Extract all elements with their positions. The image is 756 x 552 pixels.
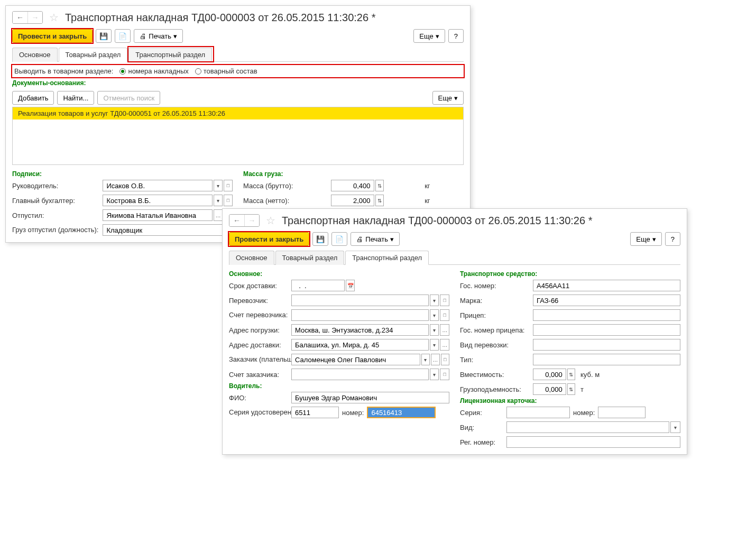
favorite-star-icon[interactable]: ☆ — [47, 11, 61, 24]
main-header: Основное: — [229, 268, 449, 280]
license-num-input[interactable] — [598, 407, 646, 418]
leader-open[interactable] — [224, 180, 233, 191]
help-button-2[interactable]: ? — [665, 232, 680, 246]
radio-goods-list[interactable]: товарный состав — [195, 67, 257, 75]
carrier-acc-dropdown[interactable] — [430, 309, 439, 321]
deliv-addr-dropdown[interactable] — [430, 339, 439, 351]
docs-more-button[interactable]: Еще ▾ — [432, 91, 464, 105]
driver-name-input[interactable] — [291, 392, 449, 403]
driver-num-label: номер: — [342, 409, 364, 417]
save-button[interactable] — [96, 29, 112, 43]
more-button-2[interactable]: Еще ▾ — [630, 232, 661, 246]
mass-header: Масса груза: — [243, 168, 464, 180]
favorite-star-icon-2[interactable]: ☆ — [264, 214, 278, 227]
post-button-2[interactable] — [331, 232, 347, 246]
customer-open[interactable] — [441, 354, 450, 365]
driver-series-input[interactable] — [291, 407, 339, 418]
carrier-input[interactable] — [291, 295, 429, 306]
help-button[interactable]: ? — [448, 29, 464, 43]
license-kind-input[interactable] — [506, 421, 669, 433]
tab-transport-2[interactable]: Транспортный раздел — [345, 251, 429, 265]
released-pos-input[interactable] — [103, 224, 233, 236]
post-icon-2 — [335, 235, 344, 243]
gross-input[interactable] — [331, 180, 374, 191]
accountant-input[interactable] — [103, 195, 213, 206]
license-reg-label: Рег. номер: — [460, 438, 502, 446]
carrier-acc-input[interactable] — [291, 309, 429, 321]
load-cap-input[interactable] — [533, 383, 566, 395]
vehicle-type-input[interactable] — [533, 354, 680, 365]
license-reg-input[interactable] — [506, 436, 680, 448]
signs-header: Подписи: — [12, 168, 233, 180]
radio-opt1-label: номера накладных — [128, 67, 188, 75]
tab-transport[interactable]: Транспортный раздел — [128, 48, 212, 61]
trailer-input[interactable] — [533, 309, 680, 321]
add-button[interactable]: Добавить — [12, 91, 54, 105]
load-addr-select[interactable] — [440, 324, 449, 336]
print-button-2[interactable]: Печать ▾ — [351, 232, 400, 246]
radio-invoice-numbers[interactable]: номера накладных — [119, 67, 188, 75]
forward-button-2[interactable]: → — [244, 215, 259, 226]
post-and-close-button-2[interactable]: Провести и закрыть — [229, 232, 309, 246]
delivery-date-calendar[interactable] — [346, 280, 355, 291]
tab-main[interactable]: Основное — [12, 48, 58, 62]
customer-input[interactable] — [291, 354, 420, 365]
docs-list[interactable]: Реализация товаров и услуг ТД00-000051 о… — [12, 107, 464, 165]
accountant-dropdown[interactable] — [214, 195, 223, 206]
post-button[interactable] — [115, 29, 131, 43]
customer-dropdown[interactable] — [421, 354, 430, 365]
load-addr-input[interactable] — [291, 324, 429, 336]
post-and-close-button[interactable]: Провести и закрыть — [12, 29, 93, 43]
print-label: Печать — [149, 32, 171, 40]
driver-num-input[interactable] — [367, 407, 436, 418]
print-label-2: Печать — [365, 235, 388, 243]
net-input[interactable] — [331, 195, 374, 206]
gross-spinner[interactable] — [375, 180, 384, 191]
capacity-label: Вместимость: — [460, 371, 529, 379]
customer-select[interactable] — [431, 354, 440, 365]
load-addr-dropdown[interactable] — [430, 324, 439, 336]
plate-input[interactable] — [533, 280, 680, 291]
customer-acc-input[interactable] — [291, 369, 429, 380]
released-input[interactable] — [103, 209, 213, 221]
carrier-dropdown[interactable] — [430, 295, 439, 306]
more-button[interactable]: Еще ▾ — [413, 29, 445, 43]
save-button-2[interactable] — [312, 232, 328, 246]
tab-goods[interactable]: Товарный раздел — [59, 48, 128, 62]
tab-main-2[interactable]: Основное — [229, 251, 274, 265]
toolbar-2: Провести и закрыть Печать ▾ Еще ▾ ? — [229, 232, 680, 250]
print-icon-2 — [356, 235, 363, 243]
capacity-input[interactable] — [533, 369, 566, 380]
released-select[interactable] — [214, 209, 223, 221]
capacity-spinner[interactable] — [567, 369, 575, 380]
save-icon — [99, 32, 108, 40]
license-kind-dropdown[interactable] — [670, 421, 680, 433]
deliv-addr-select[interactable] — [440, 339, 449, 351]
cancel-find-button[interactable]: Отменить поиск — [97, 91, 160, 105]
trailer-plate-input[interactable] — [533, 324, 680, 336]
carrier-open[interactable] — [440, 295, 449, 306]
carrier-acc-open[interactable] — [440, 309, 449, 321]
forward-button[interactable]: → — [27, 12, 42, 23]
deliv-addr-input[interactable] — [291, 339, 429, 351]
trailer-plate-label: Гос. номер прицепа: — [460, 326, 529, 334]
customer-acc-open[interactable] — [440, 369, 449, 380]
print-button[interactable]: Печать ▾ — [134, 29, 183, 43]
accountant-open[interactable] — [224, 195, 233, 206]
brand-input[interactable] — [533, 295, 680, 306]
delivery-date-input[interactable] — [291, 280, 345, 291]
tab-goods-2[interactable]: Товарный раздел — [275, 251, 345, 265]
net-spinner[interactable] — [375, 195, 384, 206]
docs-list-row[interactable]: Реализация товаров и услуг ТД00-000051 о… — [13, 107, 463, 119]
radio-opt2-label: товарный состав — [204, 67, 257, 75]
license-series-input[interactable] — [506, 407, 570, 418]
leader-dropdown[interactable] — [214, 180, 223, 191]
load-cap-spinner[interactable] — [567, 383, 575, 395]
customer-acc-dropdown[interactable] — [430, 369, 439, 380]
back-button[interactable]: ← — [13, 12, 27, 23]
find-button[interactable]: Найти... — [57, 91, 94, 105]
transport-type-input[interactable] — [533, 339, 680, 351]
released-pos-label: Груз отпустил (должность): — [12, 226, 98, 234]
back-button-2[interactable]: ← — [229, 215, 244, 226]
leader-input[interactable] — [103, 180, 213, 191]
